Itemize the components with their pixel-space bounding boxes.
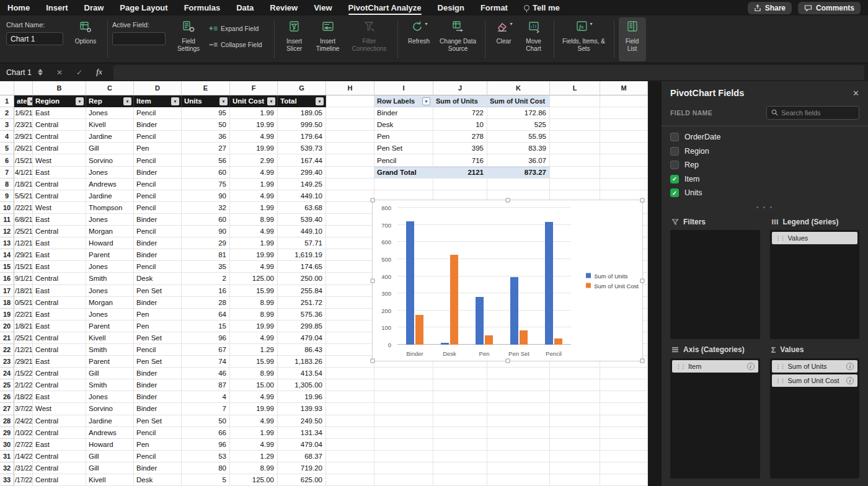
cell[interactable] xyxy=(600,143,648,154)
cell[interactable]: Central xyxy=(33,462,86,474)
cell[interactable]: 1.99 xyxy=(230,237,278,249)
cell[interactable] xyxy=(326,332,374,344)
row-number[interactable]: 14 xyxy=(0,249,14,261)
cell[interactable] xyxy=(326,320,374,332)
cell[interactable]: 4.99 xyxy=(230,332,278,344)
table-header-cell[interactable]: Total▼ xyxy=(278,95,326,107)
cell[interactable]: 139.93 xyxy=(278,403,326,415)
cell[interactable]: 4 xyxy=(182,391,230,403)
chart-selection-handle[interactable] xyxy=(371,198,375,203)
cell[interactable]: Binder xyxy=(134,237,182,249)
cell[interactable] xyxy=(326,261,374,273)
cell[interactable]: 81 xyxy=(182,249,230,261)
cell[interactable] xyxy=(326,344,374,356)
close-icon[interactable]: ✕ xyxy=(852,89,859,98)
chart-selection-handle[interactable] xyxy=(371,359,375,363)
cell[interactable]: 719.20 xyxy=(278,462,326,474)
cell[interactable] xyxy=(326,462,374,474)
cell[interactable]: Central xyxy=(33,474,86,486)
cell[interactable]: 86.43 xyxy=(278,344,326,356)
bar-sum-of-unit-cost[interactable] xyxy=(450,255,458,345)
cell[interactable] xyxy=(550,462,600,474)
field-chip-values[interactable]: ⋮⋮Values xyxy=(772,232,858,244)
bar-sum-of-unit-cost[interactable] xyxy=(485,335,493,345)
cell[interactable]: Central xyxy=(33,332,86,344)
pivot-header-cell[interactable]: Sum of Units xyxy=(433,95,487,107)
cell[interactable]: /15/21 xyxy=(14,154,33,166)
cell[interactable] xyxy=(600,403,648,415)
row-number[interactable]: 21 xyxy=(0,332,14,344)
cell[interactable]: /12/21 xyxy=(14,344,33,356)
cell[interactable]: 131.34 xyxy=(278,427,326,439)
cell[interactable] xyxy=(374,462,433,474)
cell[interactable]: /25/21 xyxy=(14,226,33,237)
column-header-F[interactable]: F xyxy=(230,81,278,95)
values-area-well[interactable]: ⋮⋮Sum of Unitsi⋮⋮Sum of Unit Costi xyxy=(770,358,860,479)
row-number[interactable]: 16 xyxy=(0,273,14,285)
cell[interactable]: Binder xyxy=(134,403,182,415)
cell[interactable]: Central xyxy=(33,226,86,237)
cell[interactable]: East xyxy=(33,237,86,249)
pivot-cell[interactable]: 36.07 xyxy=(487,154,550,166)
cell[interactable]: 167.44 xyxy=(278,154,326,166)
cell[interactable] xyxy=(600,462,648,474)
cell[interactable]: 15 xyxy=(182,320,230,332)
filter-dropdown-icon[interactable]: ▼ xyxy=(422,97,430,105)
row-number[interactable]: 19 xyxy=(0,309,14,320)
cell[interactable]: 299.40 xyxy=(278,167,326,179)
cell[interactable] xyxy=(326,131,374,143)
cell[interactable] xyxy=(433,462,487,474)
cell[interactable] xyxy=(600,107,648,119)
field-chip-sum-of-unit-cost[interactable]: ⋮⋮Sum of Unit Costi xyxy=(772,374,858,387)
cell[interactable]: 1/6/21 xyxy=(14,107,33,119)
row-number[interactable]: 20 xyxy=(0,320,14,332)
comments-button[interactable]: Comments xyxy=(798,2,861,14)
cell[interactable]: 19.99 xyxy=(230,320,278,332)
row-number[interactable]: 1 xyxy=(0,95,14,107)
cell[interactable]: 87 xyxy=(182,379,230,391)
cell[interactable]: East xyxy=(33,320,86,332)
cell[interactable]: 67 xyxy=(182,344,230,356)
active-field-input[interactable] xyxy=(112,32,166,45)
cell[interactable]: Binder xyxy=(134,167,182,179)
cell[interactable] xyxy=(433,439,487,451)
cell[interactable]: Pen Set xyxy=(134,356,182,368)
cell[interactable] xyxy=(600,391,648,403)
row-number[interactable]: 31 xyxy=(0,451,14,462)
cell[interactable] xyxy=(487,379,550,391)
cell[interactable]: 19.99 xyxy=(230,403,278,415)
cell[interactable] xyxy=(433,427,487,439)
cell[interactable]: 8.99 xyxy=(230,297,278,309)
cell[interactable] xyxy=(374,403,433,415)
cell[interactable]: 9/1/21 xyxy=(14,273,33,285)
field-list-item-item[interactable]: ✓Item xyxy=(662,172,868,187)
cell[interactable] xyxy=(550,119,600,131)
cell[interactable] xyxy=(326,273,374,285)
cell[interactable]: 19.99 xyxy=(230,119,278,131)
cell[interactable]: Central xyxy=(33,368,86,379)
cell[interactable] xyxy=(326,415,374,427)
cell[interactable]: Central xyxy=(33,415,86,427)
cell[interactable]: 90 xyxy=(182,190,230,202)
cell[interactable]: Morgan xyxy=(86,297,134,309)
cell[interactable]: 539.40 xyxy=(278,214,326,226)
cell[interactable] xyxy=(326,309,374,320)
cell[interactable] xyxy=(600,368,648,379)
cell[interactable]: 80 xyxy=(182,462,230,474)
cell[interactable] xyxy=(550,403,600,415)
row-number[interactable]: 9 xyxy=(0,190,14,202)
menu-tab-home[interactable]: Home xyxy=(7,0,30,15)
cancel-entry-icon[interactable]: ✕ xyxy=(56,68,63,77)
cell[interactable]: Jardine xyxy=(86,415,134,427)
cell[interactable]: Pencil xyxy=(134,226,182,237)
cell[interactable]: 3/7/22 xyxy=(14,403,33,415)
pivot-cell[interactable]: 83.39 xyxy=(487,143,550,154)
cell[interactable]: 68.37 xyxy=(278,451,326,462)
cell[interactable]: 479.04 xyxy=(278,332,326,344)
fields-items-sets-button[interactable]: fx ▾ Fields, Items, & Sets xyxy=(559,17,609,61)
cell[interactable]: Pencil xyxy=(134,154,182,166)
cell[interactable]: Smith xyxy=(86,379,134,391)
cell[interactable]: 189.05 xyxy=(278,107,326,119)
cell[interactable]: 1.99 xyxy=(230,202,278,214)
cell[interactable] xyxy=(326,107,374,119)
